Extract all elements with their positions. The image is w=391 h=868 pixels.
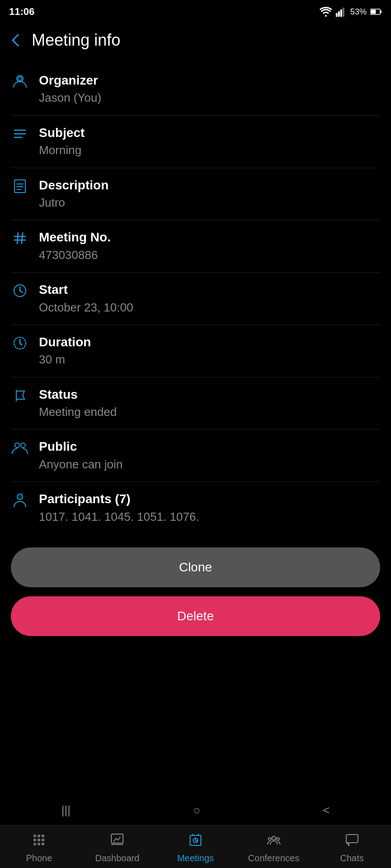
battery-text: 53% xyxy=(350,7,367,17)
status-text: Status Meeting ended xyxy=(39,387,380,420)
status-bar: 11:06 53% xyxy=(0,0,391,22)
page-header: Meeting info xyxy=(0,22,391,59)
public-row: Public Anyone can join xyxy=(11,429,380,481)
public-text: Public Anyone can join xyxy=(39,439,380,472)
public-label: Public xyxy=(39,439,380,455)
participants-text: Participants (7) 1017. 1041. 1045. 1051.… xyxy=(39,491,380,525)
public-icon xyxy=(11,439,29,457)
meeting-no-label: Meeting No. xyxy=(39,229,380,245)
start-value: October 23, 10:00 xyxy=(39,299,380,316)
meeting-no-value: 473030886 xyxy=(39,247,380,263)
hash-icon xyxy=(11,230,29,246)
meeting-info-content: Organizer Jason (You) Subject Morning xyxy=(0,59,391,534)
svg-point-40 xyxy=(34,843,36,845)
svg-rect-54 xyxy=(346,835,358,843)
meetings-nav-label: Meetings xyxy=(177,853,214,863)
action-buttons: Clone Delete xyxy=(0,534,391,645)
svg-point-52 xyxy=(268,838,271,840)
back-button[interactable] xyxy=(9,33,24,47)
svg-point-53 xyxy=(277,838,279,840)
svg-point-32 xyxy=(19,495,21,498)
subject-row: Subject Morning xyxy=(11,116,380,168)
organizer-value: Jason (You) xyxy=(39,90,380,106)
battery-icon xyxy=(370,8,382,15)
svg-point-8 xyxy=(18,77,22,80)
meetings-nav-icon xyxy=(188,833,203,850)
page-title: Meeting info xyxy=(32,31,120,50)
meeting-no-row: Meeting No. 473030886 xyxy=(11,220,380,272)
wifi-icon xyxy=(319,7,332,17)
android-home-button[interactable]: ○ xyxy=(193,803,200,817)
status-value: Meeting ended xyxy=(39,404,380,420)
status-time: 11:06 xyxy=(9,6,34,18)
description-text: Description Jutro xyxy=(39,177,380,211)
start-label: Start xyxy=(39,282,380,298)
dashboard-nav-icon xyxy=(110,833,124,850)
meeting-no-text: Meeting No. 473030886 xyxy=(39,229,380,263)
svg-rect-43 xyxy=(111,834,123,843)
organizer-icon xyxy=(11,73,29,90)
duration-label: Duration xyxy=(39,334,380,350)
nav-item-chats[interactable]: Chats xyxy=(313,833,391,863)
dashboard-nav-label: Dashboard xyxy=(95,853,139,863)
svg-point-41 xyxy=(38,843,40,845)
description-value: Jutro xyxy=(39,194,380,211)
start-text: Start October 23, 10:00 xyxy=(39,282,380,316)
svg-line-48 xyxy=(196,840,197,841)
organizer-label: Organizer xyxy=(39,72,380,89)
svg-point-31 xyxy=(17,494,23,500)
participants-icon xyxy=(11,492,29,509)
flag-icon xyxy=(11,387,29,404)
svg-line-17 xyxy=(22,233,23,244)
svg-point-37 xyxy=(34,839,36,841)
svg-point-39 xyxy=(42,839,44,841)
svg-line-33 xyxy=(20,493,23,494)
duration-clock-icon xyxy=(11,335,29,351)
bottom-nav: Phone Dashboard Meetings xyxy=(0,825,391,868)
nav-item-conferences[interactable]: Conferences xyxy=(234,833,313,863)
clone-button[interactable]: Clone xyxy=(11,547,380,587)
nav-item-phone[interactable]: Phone xyxy=(0,833,78,863)
svg-rect-6 xyxy=(371,10,376,14)
start-clock-icon xyxy=(11,283,29,299)
android-nav-bar: ||| ○ < xyxy=(0,798,391,823)
delete-button[interactable]: Delete xyxy=(11,596,380,636)
svg-rect-0 xyxy=(336,13,338,17)
svg-point-34 xyxy=(34,835,36,837)
svg-point-38 xyxy=(38,839,40,841)
android-menu-button[interactable]: ||| xyxy=(61,803,70,817)
public-value: Anyone can join xyxy=(39,456,380,472)
subject-label: Subject xyxy=(39,125,380,141)
signal-icon xyxy=(336,7,347,17)
conferences-nav-label: Conferences xyxy=(248,853,299,863)
android-back-button[interactable]: < xyxy=(323,803,329,817)
svg-point-28 xyxy=(15,443,19,448)
chats-nav-icon xyxy=(345,833,359,850)
svg-rect-3 xyxy=(343,8,344,17)
svg-line-25 xyxy=(20,343,22,345)
duration-text: Duration 30 m xyxy=(39,334,380,368)
svg-line-22 xyxy=(20,291,23,292)
phone-nav-label: Phone xyxy=(26,853,52,863)
start-row: Start October 23, 10:00 xyxy=(11,273,380,325)
svg-point-51 xyxy=(272,836,276,840)
subject-value: Morning xyxy=(39,142,380,158)
svg-point-42 xyxy=(42,843,44,845)
subject-icon xyxy=(11,126,29,142)
organizer-text: Organizer Jason (You) xyxy=(39,72,380,106)
description-icon xyxy=(11,178,29,194)
status-label: Status xyxy=(39,387,380,403)
svg-point-35 xyxy=(38,835,40,837)
status-row: Status Meeting ended xyxy=(11,377,380,429)
duration-row: Duration 30 m xyxy=(11,325,380,377)
duration-value: 30 m xyxy=(39,351,380,368)
description-row: Description Jutro xyxy=(11,168,380,220)
subject-text: Subject Morning xyxy=(39,125,380,159)
nav-item-meetings[interactable]: Meetings xyxy=(157,833,235,863)
phone-nav-icon xyxy=(32,833,46,850)
chats-nav-label: Chats xyxy=(340,853,363,863)
organizer-row: Organizer Jason (You) xyxy=(11,63,380,115)
status-icons: 53% xyxy=(319,7,382,17)
svg-rect-2 xyxy=(340,9,342,17)
nav-item-dashboard[interactable]: Dashboard xyxy=(78,833,157,863)
